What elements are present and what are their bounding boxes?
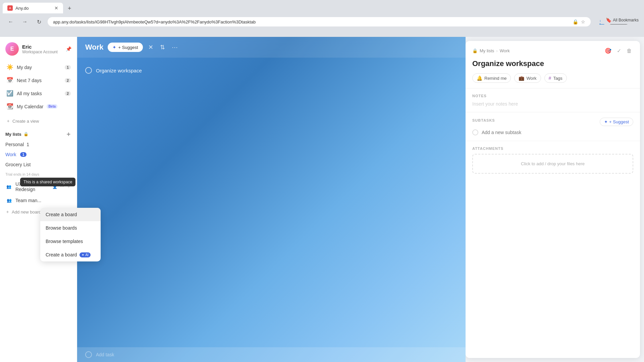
- notes-section: NOTES Insert your notes here: [466, 88, 640, 112]
- add-list-button[interactable]: ＋: [65, 130, 71, 138]
- nav-item-label: My Calendar: [17, 104, 43, 109]
- dropdown-item-create-board-ai[interactable]: Create a board ✦ AI: [40, 248, 101, 261]
- reload-button[interactable]: ↻: [34, 16, 44, 27]
- delete-action-button[interactable]: 🗑: [625, 46, 633, 55]
- task-list-title: Work: [85, 43, 104, 52]
- attachments-dropzone[interactable]: Click to add / drop your files here: [472, 154, 633, 174]
- dropdown-item-browse-templates[interactable]: Browse templates: [40, 235, 101, 248]
- ai-badge: ✦ AI: [79, 252, 90, 257]
- breadcrumb-icon: 🔒: [472, 48, 478, 53]
- tags-chip[interactable]: # Tags: [544, 73, 567, 83]
- personal-badge: 1: [26, 142, 29, 147]
- shield-icon: 🔒: [573, 19, 578, 24]
- subtask-checkbox[interactable]: [472, 129, 478, 135]
- sidebar-item-next-7-days[interactable]: 📅 Next 7 days 2: [3, 74, 74, 86]
- detail-panel: 🔒 My lists › Work 🎯 ✓ 🗑 Organize workspa…: [466, 41, 640, 358]
- more-options-button[interactable]: ⋯: [170, 42, 179, 52]
- dropdown-menu: Create a board Browse boards Browse temp…: [40, 208, 101, 261]
- app-layout: E Eric Workspace Account 📌 ☀️ My day 1 📅…: [0, 37, 644, 362]
- create-view-label: Create a view: [12, 119, 39, 124]
- back-button[interactable]: ←: [5, 16, 16, 27]
- next7-badge: 2: [65, 78, 71, 83]
- work-badge: 1: [20, 152, 26, 157]
- notes-section-label: NOTES: [472, 94, 633, 98]
- work-chip[interactable]: 💼 Work: [514, 73, 541, 83]
- active-tab[interactable]: A Any.do ✕: [3, 3, 63, 13]
- main-content: Work ✦ + Suggest ✕ ⇅ ⋯ Organize workspac…: [77, 37, 644, 362]
- suggest-label: + Suggest: [118, 45, 138, 50]
- create-view-button[interactable]: ＋ Create a view: [3, 116, 74, 126]
- add-task-checkbox[interactable]: [85, 351, 92, 358]
- detail-actions: 🎯 ✓ 🗑: [603, 46, 633, 55]
- close-list-button[interactable]: ✕: [147, 42, 155, 52]
- breadcrumb: 🔒 My lists › Work: [472, 48, 510, 53]
- dropdown-item-browse-boards[interactable]: Browse boards: [40, 221, 101, 235]
- detail-header: 🔒 My lists › Work 🎯 ✓ 🗑: [466, 41, 640, 58]
- attachments-section: ATTACHMENTS Click to add / drop your fil…: [466, 141, 640, 179]
- sidebar: E Eric Workspace Account 📌 ☀️ My day 1 📅…: [0, 37, 77, 362]
- tab-close-button[interactable]: ✕: [54, 5, 58, 11]
- dropdown-item-create-board[interactable]: Create a board: [40, 208, 101, 221]
- sidebar-item-calendar[interactable]: 📆 My Calendar Beta: [3, 100, 74, 113]
- task-text: Organize workspace: [96, 68, 142, 73]
- sidebar-item-all-tasks[interactable]: ☑️ All my tasks 2: [3, 87, 74, 100]
- remind-me-chip[interactable]: 🔔 Remind me: [472, 73, 511, 83]
- pin-icon[interactable]: 📌: [66, 46, 71, 52]
- suggest-subtask-label: + Suggest: [609, 119, 629, 124]
- task-checkbox[interactable]: [85, 67, 92, 74]
- tags-label: Tags: [553, 76, 562, 81]
- subtask-input[interactable]: [482, 130, 633, 135]
- sidebar-item-work[interactable]: Work 1: [0, 149, 77, 160]
- sidebar-item-personal[interactable]: Personal 1: [0, 139, 77, 149]
- table-row: Organize workspace: [85, 64, 458, 76]
- nav-item-label: My day: [17, 65, 32, 70]
- calendar-icon: 📅: [6, 77, 13, 84]
- suggest-button[interactable]: ✦ + Suggest: [108, 43, 143, 52]
- sidebar-item-my-day[interactable]: ☀️ My day 1: [3, 61, 74, 73]
- task-list-body: Organize workspace: [77, 58, 466, 347]
- subtasks-header: SUBTASKS ✦ + Suggest: [472, 118, 633, 126]
- calendar2-icon: 📆: [6, 103, 13, 110]
- tab-favicon: A: [7, 5, 13, 11]
- suggest-subtask-button[interactable]: ✦ + Suggest: [600, 118, 633, 126]
- my-lists-header-left: My lists 🔒: [5, 132, 29, 137]
- address-text: app.any.do/tasks/lists/iG98HTlvgh9piAhmb…: [53, 19, 573, 24]
- work-list-label: Work: [5, 152, 16, 157]
- new-tab-button[interactable]: +: [64, 4, 75, 13]
- sort-button[interactable]: ⇅: [159, 42, 166, 52]
- sidebar-item-team-management[interactable]: 👥 Team man...: [0, 194, 77, 206]
- task-list-area: Work ✦ + Suggest ✕ ⇅ ⋯ Organize workspac…: [77, 37, 466, 362]
- avatar: E: [5, 42, 19, 56]
- address-bar[interactable]: app.any.do/tasks/lists/iG98HTlvgh9piAhmb…: [48, 17, 591, 26]
- forward-button[interactable]: →: [19, 16, 30, 27]
- briefcase-icon: 💼: [519, 75, 524, 81]
- attachments-placeholder: Click to add / drop your files here: [521, 161, 585, 166]
- sun-icon: ☀️: [6, 64, 13, 71]
- trial-text: Trial ends in 14 days: [5, 172, 39, 176]
- add-new-board-label: Add new board: [12, 209, 41, 215]
- breadcrumb-lists: My lists: [480, 48, 494, 53]
- lock-icon: 🔒: [23, 132, 29, 136]
- create-board-label: Create a board: [46, 212, 77, 217]
- subtasks-section-label: SUBTASKS: [472, 118, 495, 122]
- sidebar-item-grocery[interactable]: Grocery List: [0, 160, 77, 170]
- target-action-button[interactable]: 🎯: [603, 46, 613, 55]
- my-day-badge: 1: [65, 65, 71, 70]
- ai-label: AI: [85, 253, 88, 257]
- add-task-input[interactable]: [96, 352, 458, 357]
- notes-placeholder[interactable]: Insert your notes here: [472, 101, 633, 107]
- check-action-button[interactable]: ✓: [615, 46, 623, 55]
- suggest-icon: ✦: [112, 45, 116, 50]
- all-tasks-badge: 2: [65, 91, 71, 96]
- star-icon[interactable]: ☆: [581, 19, 585, 24]
- detail-meta: 🔔 Remind me 💼 Work # Tags: [466, 73, 640, 88]
- add-board-plus-icon: ＋: [5, 209, 10, 215]
- check-icon: ☑️: [6, 90, 13, 97]
- browse-boards-label: Browse boards: [46, 225, 77, 231]
- browse-templates-label: Browse templates: [46, 239, 83, 244]
- nav-item-label: All my tasks: [17, 91, 42, 96]
- nav-item-label: Next 7 days: [17, 78, 42, 83]
- user-role: Workspace Account: [22, 50, 62, 54]
- add-task-row: [77, 347, 466, 362]
- breadcrumb-separator: ›: [496, 48, 497, 53]
